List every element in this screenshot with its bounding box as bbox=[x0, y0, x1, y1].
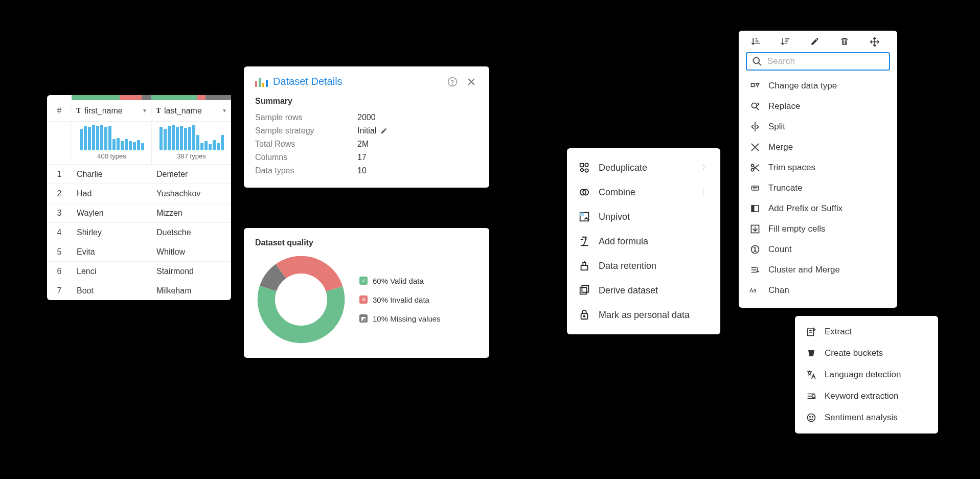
tool-label: Split bbox=[768, 122, 785, 132]
prefix-icon bbox=[749, 203, 761, 214]
op-unpivot[interactable]: Unpivot bbox=[567, 204, 720, 229]
language-icon bbox=[805, 369, 817, 380]
tool-cluster-and-merge[interactable]: Cluster and Merge bbox=[746, 260, 890, 280]
svg-point-31 bbox=[810, 417, 811, 418]
table-row[interactable]: 6LenciStairmond bbox=[47, 261, 231, 281]
table-row[interactable]: 2HadYushachkov bbox=[47, 184, 231, 203]
search-box[interactable] bbox=[746, 52, 890, 71]
op-label: Mark as personal data bbox=[599, 310, 690, 321]
submenu-keyword-extraction[interactable]: Keyword extraction bbox=[795, 385, 938, 407]
tool-label: Trim spaces bbox=[768, 163, 815, 173]
chevron-right-icon: 〉 bbox=[702, 188, 709, 197]
svg-point-7 bbox=[585, 169, 588, 172]
quality-heading: Dataset quality bbox=[255, 238, 478, 247]
svg-point-6 bbox=[585, 163, 588, 166]
chevron-down-icon[interactable]: ▼ bbox=[142, 108, 147, 113]
cell-first-name: Shirley bbox=[72, 228, 151, 237]
submenu-sentiment-analysis[interactable]: Sentiment analysis bbox=[795, 407, 938, 428]
sort-desc-icon[interactable] bbox=[781, 37, 796, 47]
svg-rect-24 bbox=[751, 206, 754, 212]
table-row[interactable]: 7BootMilkeham bbox=[47, 281, 231, 300]
op-combine[interactable]: Combine〉 bbox=[567, 180, 720, 204]
dedup-icon bbox=[578, 162, 590, 174]
tool-count[interactable]: Count bbox=[746, 239, 890, 260]
tool-replace[interactable]: Replace bbox=[746, 96, 890, 117]
table-row[interactable]: 3WaylenMizzen bbox=[47, 203, 231, 222]
tool-truncate[interactable]: Truncate bbox=[746, 178, 890, 198]
legend-missing: ◩ 10% Missing values bbox=[359, 314, 441, 323]
edit-icon[interactable] bbox=[810, 37, 826, 47]
fill-icon bbox=[749, 223, 761, 235]
cell-last-name: Duetsche bbox=[151, 228, 231, 237]
operations-menu: Deduplicate〉Combine〉UnpivotAdd formulaDa… bbox=[567, 148, 720, 334]
delete-icon[interactable] bbox=[840, 37, 855, 47]
svg-rect-13 bbox=[580, 288, 587, 294]
panel-title: Dataset Details bbox=[273, 76, 440, 87]
tool-trim-spaces[interactable]: Trim spaces bbox=[746, 157, 890, 178]
summary-key: Data types bbox=[255, 166, 357, 175]
data-table-panel: # T first_name ▼ T last_name ▼ 400 types… bbox=[47, 95, 231, 300]
chevron-down-icon[interactable]: ▼ bbox=[222, 108, 227, 113]
tool-label: Cluster and Merge bbox=[768, 265, 840, 275]
submenu-language-detection[interactable]: Language detection bbox=[795, 364, 938, 385]
submenu-label: Extract bbox=[825, 327, 852, 337]
svg-point-30 bbox=[808, 414, 815, 422]
legend-label: 30% Invalid data bbox=[373, 295, 429, 304]
summary-value: 17 bbox=[357, 153, 367, 162]
case-icon: Aa bbox=[749, 285, 761, 296]
tool-merge[interactable]: Merge bbox=[746, 137, 890, 157]
search-input[interactable] bbox=[767, 56, 884, 66]
row-index: 2 bbox=[47, 189, 72, 198]
unpivot-icon bbox=[578, 211, 590, 223]
tool-split[interactable]: Split bbox=[746, 117, 890, 137]
tool-change-data-type[interactable]: Change data type bbox=[746, 76, 890, 96]
tool-label: Change data type bbox=[768, 81, 837, 91]
tool-chan[interactable]: AaChan bbox=[746, 280, 890, 301]
svg-rect-11 bbox=[580, 213, 584, 216]
column-header-last-name[interactable]: T last_name ▼ bbox=[151, 106, 231, 116]
svg-rect-18 bbox=[751, 84, 755, 87]
tool-label: Fill empty cells bbox=[768, 224, 825, 234]
transform-tools-panel: Change data typeReplaceSplitMergeTrim sp… bbox=[739, 31, 897, 308]
x-icon: ✕ bbox=[359, 295, 368, 304]
submenu-label: Create buckets bbox=[825, 348, 883, 358]
column-headers-row: # T first_name ▼ T last_name ▼ bbox=[47, 100, 231, 122]
op-label: Data retention bbox=[599, 261, 656, 271]
op-label: Derive dataset bbox=[599, 285, 658, 296]
table-row[interactable]: 4ShirleyDuetsche bbox=[47, 222, 231, 242]
cell-last-name: Stairmond bbox=[151, 267, 231, 276]
row-index: 5 bbox=[47, 247, 72, 257]
tool-fill-empty-cells[interactable]: Fill empty cells bbox=[746, 219, 890, 239]
svg-rect-22 bbox=[751, 186, 758, 190]
search-icon bbox=[752, 56, 762, 66]
table-row[interactable]: 1CharlieDemeter bbox=[47, 164, 231, 184]
edit-pencil-icon[interactable] bbox=[380, 127, 388, 134]
missing-icon: ◩ bbox=[359, 314, 368, 323]
submenu-extract[interactable]: Extract bbox=[795, 321, 938, 343]
move-icon[interactable] bbox=[870, 37, 885, 47]
op-deduplicate[interactable]: Deduplicate〉 bbox=[567, 155, 720, 180]
summary-row: Data types10 bbox=[255, 164, 478, 177]
types-count: 387 types bbox=[157, 152, 226, 160]
table-row[interactable]: 5EvitaWhitlow bbox=[47, 242, 231, 261]
submenu-create-buckets[interactable]: Create buckets bbox=[795, 343, 938, 364]
keyword-icon bbox=[805, 391, 817, 402]
legend-label: 10% Missing values bbox=[373, 314, 441, 323]
cell-last-name: Yushachkov bbox=[151, 189, 231, 198]
close-icon[interactable] bbox=[465, 77, 478, 86]
tool-add-prefix-or-suffix[interactable]: Add Prefix or Suffix bbox=[746, 198, 890, 219]
tools-toolbar bbox=[746, 37, 890, 52]
column-header-first-name[interactable]: T first_name ▼ bbox=[72, 106, 151, 116]
cell-first-name: Charlie bbox=[72, 170, 151, 179]
replace-icon bbox=[749, 101, 761, 112]
op-add-formula[interactable]: Add formula bbox=[567, 229, 720, 254]
quality-donut-chart bbox=[255, 254, 347, 346]
derive-icon bbox=[578, 284, 590, 296]
op-data-retention[interactable]: Data retention bbox=[567, 254, 720, 278]
op-mark-as-personal-data[interactable]: Mark as personal data bbox=[567, 303, 720, 327]
quality-legend: ✓ 60% Valid data ✕ 30% Invalid data ◩ 10… bbox=[359, 277, 441, 323]
sort-asc-icon[interactable] bbox=[751, 37, 766, 47]
chevron-right-icon: 〉 bbox=[702, 163, 709, 172]
op-derive-dataset[interactable]: Derive dataset bbox=[567, 278, 720, 303]
help-icon[interactable] bbox=[445, 77, 460, 87]
